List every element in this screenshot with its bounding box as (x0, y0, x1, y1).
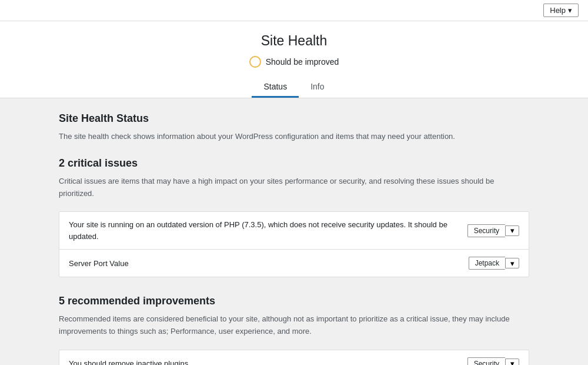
chevron-down-icon: ▾ (509, 260, 515, 266)
top-bar: Help ▾ (0, 0, 588, 21)
recommended-item-1-text: You should remove inactive plugins (69, 358, 460, 365)
recommended-item-1-expand[interactable]: ▾ (505, 359, 519, 365)
tab-info[interactable]: Info (299, 77, 336, 98)
critical-issues-desc: Critical issues are items that may have … (59, 175, 529, 200)
critical-issue-1-text: Your site is running on an outdated vers… (69, 219, 460, 242)
recommended-desc: Recommended items are considered benefic… (59, 313, 529, 338)
health-status-desc: The site health check shows information … (59, 131, 529, 143)
recommended-section: 5 recommended improvements Recommended i… (59, 295, 529, 365)
recommended-item-1-controls: Security ▾ (467, 357, 519, 365)
header-section: Site Health Should be improved Status In… (0, 21, 588, 98)
chevron-down-icon: ▾ (509, 361, 515, 365)
page-title: Site Health (0, 33, 588, 49)
critical-issue-1-expand[interactable]: ▾ (505, 225, 519, 236)
health-status-title: Site Health Status (59, 112, 529, 125)
tabs: Status Info (0, 77, 588, 98)
table-row: You should remove inactive plugins Secur… (59, 350, 529, 365)
status-circle-icon (249, 56, 261, 68)
table-row: Your site is running on an outdated vers… (59, 212, 529, 250)
critical-issue-2-text: Server Port Value (69, 258, 462, 270)
main-content: Site Health Status The site health check… (47, 98, 541, 365)
recommended-item-1-badge[interactable]: Security (467, 357, 505, 365)
help-chevron-icon: ▾ (568, 6, 572, 15)
tab-status[interactable]: Status (252, 77, 299, 98)
recommended-card: You should remove inactive plugins Secur… (59, 350, 529, 365)
critical-issue-2-expand[interactable]: ▾ (505, 258, 519, 268)
table-row: Server Port Value Jetpack ▾ (59, 250, 529, 277)
help-button[interactable]: Help ▾ (543, 4, 579, 17)
critical-issue-1-badge[interactable]: Security (467, 224, 505, 237)
recommended-title: 5 recommended improvements (59, 295, 529, 307)
status-text: Should be improved (266, 57, 339, 67)
help-label: Help (550, 6, 566, 15)
chevron-down-icon: ▾ (509, 228, 515, 234)
critical-issue-1-controls: Security ▾ (467, 224, 519, 237)
critical-issue-2-controls: Jetpack ▾ (469, 257, 519, 270)
critical-issues-section: 2 critical issues Critical issues are it… (59, 157, 529, 278)
status-indicator: Should be improved (0, 56, 588, 68)
health-status-section: Site Health Status The site health check… (59, 112, 529, 143)
critical-issues-card: Your site is running on an outdated vers… (59, 211, 529, 277)
critical-issue-2-badge[interactable]: Jetpack (469, 257, 505, 270)
critical-issues-title: 2 critical issues (59, 157, 529, 170)
